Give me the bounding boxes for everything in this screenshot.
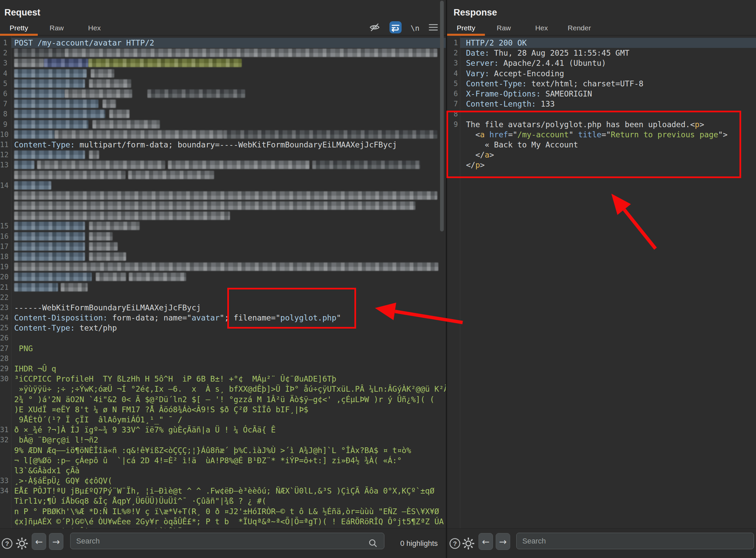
token-key: Content-Disposition: [14,313,108,322]
tab-hex[interactable]: Hex [76,21,113,35]
tab-raw[interactable]: Raw [38,21,76,35]
search-magnifier-icon[interactable] [368,529,378,558]
code-line: 26 [0,333,446,343]
token-plain: Accept-Encoding [489,69,564,78]
code-line: 9% ÆDN Æq––iö¶öNÈÎîä«ñ :q&!ê¥ißZ<òÇÇÇ;¦}… [0,445,446,455]
line-content: Date: Thu, 28 Aug 2025 11:55:45 GMT [460,48,756,58]
request-panel: Request PrettyRawHex \n [0,0,446,528]
code-line: 17 [0,242,446,252]
line-number: 34 [0,486,11,496]
help-icon[interactable]: ? [449,529,461,558]
line-number [447,130,460,140]
token-plain: SAMEORIGIN [541,90,592,98]
search-next-button[interactable]: → [496,533,510,550]
redacted-block [312,160,420,169]
code-line: 22 [0,293,446,303]
code-line: 5Content-Type: text/html; charset=UTF-8 [447,79,756,89]
code-line: 4 [0,69,446,79]
code-line: 7Content-Length: 133 [447,99,756,109]
word-wrap-icon[interactable] [389,21,402,35]
line-number: 27 [0,344,11,354]
tab-pretty[interactable]: Pretty [447,21,485,35]
code-line [0,170,446,180]
line-content: ¢x]ñµAÉX ©´P)G©\é ÒU¥wÊee 2Gy¥r òqåÛÊ£*;… [11,516,446,527]
redacted-block [65,90,132,98]
request-scrollbar[interactable] [440,1,444,231]
redacted-block [91,69,114,78]
redacted-block [96,273,126,281]
line-number: 15 [0,221,11,231]
code-line: 25Content-Type: text/php [0,323,446,333]
help-icon[interactable]: ? [1,529,13,558]
search-prev-button[interactable]: ← [32,533,46,550]
code-line: 20 [0,272,446,282]
code-line: 12 [0,150,446,160]
token-plain: Thu, 28 Aug 2025 11:55:45 GMT [489,49,629,57]
redacted-block [147,90,245,98]
response-panel: Response PrettyRawHexRender 1HTTP/2 200 … [447,0,756,528]
redacted-block [61,283,88,291]
settings-gear-icon[interactable] [462,529,475,558]
code-line: 27 PNG [0,344,446,354]
token-plain: ------WebKitFormBoundaryEiLMAAXejJcFBycj [14,303,201,312]
code-line: <a href="/my-account" title="Return to p… [447,130,756,140]
code-line: 24Content-Disposition: form-data; name="… [0,313,446,323]
line-content: HTTP/2 200 OK [460,38,756,48]
search-prev-button[interactable]: ← [478,533,493,550]
line-content [11,191,446,201]
token-plain: " [336,313,341,322]
line-content: PNG [11,344,446,354]
token-plain: 133 [536,100,555,108]
token-status: HTTP/2 200 OK [466,39,527,47]
redacted-block [14,273,92,281]
redacted-block [93,120,160,129]
response-search-input[interactable] [516,533,754,549]
token-bin: n P ° PBØKh'\%Æ *D:Ñ IL%®!V ç ï\æ*V+T(R¸… [14,507,439,516]
line-number [0,395,11,405]
menu-icon[interactable] [428,23,438,33]
tab-raw[interactable]: Raw [485,21,523,35]
search-next-button[interactable]: → [49,533,63,550]
token-plain: « Back to My Account [466,140,578,149]
token-plain: " [569,130,578,139]
line-content: 9ÅÉtÒ´(¹? Ï çÏI âlAôymiÁÓ1¸¹_" ¯ / [11,415,446,425]
line-number: 4 [0,69,11,79]
line-number: 21 [0,282,11,293]
line-number: 19 [0,262,11,272]
line-number: 20 [0,272,11,282]
line-number [0,211,11,221]
code-line: 31ð ×_¾é ?¬]À ÍJ ïgº~¾ 9 33V^ ïë7% gùÈçÃ… [0,425,446,435]
code-line: 16 [0,231,446,242]
newline-glyph[interactable]: \n [411,24,420,32]
line-number: 5 [447,79,460,89]
tab-label: Raw [50,24,64,32]
redacted-block [44,59,88,67]
line-number [447,150,460,160]
code-line: 3Server: Apache/2.4.41 (Ubuntu) [447,58,756,68]
token-plain: </ [466,150,485,159]
token-bin: ¬ l[@%Øö :p– çÁepô û `|cá 2D 4!=È² ì!ä ù… [14,456,401,465]
request-search-input[interactable] [70,533,384,549]
redacted-block [14,252,85,261]
redacted-block [14,160,34,169]
settings-gear-icon[interactable] [16,529,28,558]
line-content: ------WebKitFormBoundaryEiLMAAXejJcFBycj [11,303,446,313]
token-plain: The file avatars/polyglot.php has been u… [466,120,690,129]
code-line: »ÿùÿÿü÷ ;÷ ;÷ÝwK;óæÜ ¬Í °2é¢,Ix –6. x À … [0,384,446,394]
tab-label: Render [568,24,591,32]
code-line: « Back to My Account [447,140,756,150]
line-content [11,170,446,180]
tab-pretty[interactable]: Pretty [0,21,38,35]
line-number: 17 [0,242,11,252]
line-content: 9% ÆDN Æq––iö¶öNÈÎîä«ñ :q&!ê¥ißZ<òÇÇÇ;¦}… [11,445,446,455]
hide-nonprintable-icon[interactable] [369,22,380,34]
left-arrow-icon: ← [35,536,43,547]
right-arrow-icon: → [499,536,507,547]
token-bin: »ÿùÿÿü÷ ;÷ ;÷ÝwK;óæÜ ¬Í °2é¢,Ix –6. x À … [14,385,446,394]
tab-render[interactable]: Render [561,21,598,35]
line-number: 4 [447,69,460,79]
redacted-block [14,222,85,230]
tab-hex[interactable]: Hex [523,21,561,35]
redacted-block [223,130,437,139]
line-number: 29 [0,364,11,374]
